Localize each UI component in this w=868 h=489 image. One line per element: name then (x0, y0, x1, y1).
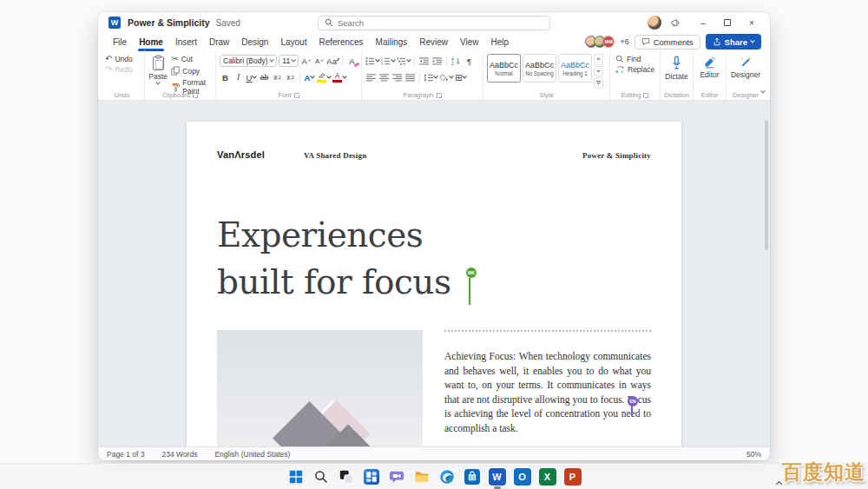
paste-button[interactable]: Paste (148, 54, 168, 89)
body-paragraph[interactable]: Achieving Focus: When technology communi… (444, 349, 651, 435)
font-color-button[interactable]: A (332, 72, 346, 83)
dictate-button[interactable]: Dictate (664, 54, 689, 81)
word-count[interactable]: 234 Words (161, 450, 197, 459)
subscript-button[interactable]: x2 (272, 72, 283, 83)
widgets-button[interactable] (361, 466, 382, 487)
maximize-button[interactable] (716, 14, 739, 31)
tab-mailings[interactable]: Mailings (370, 36, 414, 49)
header-doc-name: Power & Simplicity (582, 151, 651, 160)
collaborator-overflow-count[interactable]: +6 (620, 37, 628, 46)
cut-button[interactable]: ✂ Cut (169, 54, 212, 64)
superscript-button[interactable]: x2 (285, 72, 296, 83)
tab-references[interactable]: References (312, 36, 369, 49)
underline-button[interactable]: U (246, 72, 257, 83)
style-no-spacing[interactable]: AaBbCc No Spacing (523, 54, 556, 83)
style-gallery-scroll-down[interactable] (594, 66, 603, 77)
taskbar-search-button[interactable] (311, 466, 332, 487)
find-button[interactable]: Find (614, 54, 656, 64)
tab-design[interactable]: Design (235, 36, 274, 49)
tab-file[interactable]: File (107, 36, 133, 49)
document-canvas[interactable]: VanΛrsdel VA Shared Design Power & Simpl… (98, 101, 770, 446)
align-left-button[interactable] (365, 72, 377, 83)
tab-insert[interactable]: Insert (169, 36, 203, 49)
borders-button[interactable]: ⊞ (455, 72, 466, 83)
style-gallery-scroll-up[interactable] (594, 54, 603, 65)
style-no-spacing-name: No Spacing (525, 70, 554, 76)
align-center-button[interactable] (378, 72, 390, 83)
font-family-combo[interactable]: Calibri (Body) (220, 55, 277, 67)
copy-button[interactable]: Copy (169, 65, 212, 76)
font-dialog-launcher[interactable] (294, 93, 299, 98)
strikethrough-button[interactable]: ab (259, 72, 270, 83)
user-avatar[interactable] (648, 16, 661, 30)
multilevel-list-button[interactable] (397, 56, 411, 67)
increase-indent-button[interactable] (431, 56, 443, 67)
file-explorer-button[interactable] (411, 466, 432, 487)
redo-button[interactable]: ↷ Redo (103, 64, 141, 75)
designer-button[interactable]: Designer (730, 54, 761, 79)
show-hidden-icons-chevron[interactable] (777, 474, 781, 489)
highlight-color-button[interactable] (317, 72, 331, 83)
tab-help[interactable]: Help (485, 36, 516, 49)
editing-dialog-launcher[interactable] (643, 93, 648, 98)
shading-button[interactable] (439, 72, 453, 83)
numbering-button[interactable]: 123 (381, 56, 395, 67)
line-spacing-button[interactable] (424, 72, 437, 83)
collaborator-avatar-3[interactable]: MM (602, 36, 615, 48)
italic-button[interactable]: I (233, 72, 244, 83)
search-box[interactable] (318, 16, 550, 30)
bold-button[interactable]: B (220, 72, 231, 83)
clear-formatting-button[interactable]: A (346, 56, 358, 67)
replace-button[interactable]: ac Replace (614, 64, 656, 75)
text-effects-button[interactable]: A (304, 72, 315, 83)
comments-button[interactable]: Comments (635, 35, 700, 50)
start-button[interactable] (286, 466, 306, 487)
change-case-button[interactable]: Aa (326, 56, 339, 67)
style-normal[interactable]: AaBbCc Normal (487, 54, 521, 83)
file-explorer-icon (414, 469, 430, 485)
vertical-scrollbar[interactable] (765, 120, 768, 250)
shrink-font-button[interactable]: A˅ (313, 56, 325, 67)
decrease-indent-button[interactable] (418, 56, 430, 67)
show-formatting-marks-button[interactable]: ¶ (464, 56, 475, 67)
style-no-spacing-preview: AaBbCc (525, 61, 554, 69)
taskbar-outlook-button[interactable]: O (512, 466, 533, 487)
close-button[interactable]: × (740, 14, 763, 31)
collapse-ribbon-chevron-icon[interactable] (761, 82, 765, 97)
taskbar-excel-button[interactable]: X (537, 466, 558, 487)
align-right-button[interactable] (391, 72, 403, 83)
justify-button[interactable] (404, 72, 416, 83)
font-size-combo[interactable]: 11 (279, 55, 299, 67)
bullets-button[interactable] (365, 56, 379, 67)
tab-home[interactable]: Home (133, 36, 169, 49)
tab-layout[interactable]: Layout (274, 36, 312, 49)
task-view-button[interactable] (336, 466, 357, 487)
document-image[interactable] (217, 330, 423, 446)
language-indicator[interactable]: English (United States) (214, 450, 290, 459)
editor-button[interactable]: Editor (697, 54, 722, 79)
undo-button[interactable]: ↶ Undo (103, 54, 141, 64)
tab-draw[interactable]: Draw (203, 36, 235, 49)
paragraph-dialog-launcher[interactable] (437, 93, 442, 98)
page-indicator[interactable]: Page 1 of 3 (107, 450, 144, 459)
search-input[interactable] (338, 18, 543, 28)
collaborator-avatars[interactable]: MM (585, 36, 615, 48)
share-button[interactable]: Share (706, 34, 761, 50)
tab-review[interactable]: Review (413, 36, 454, 49)
clipboard-dialog-launcher[interactable] (193, 93, 198, 98)
chat-button[interactable] (386, 466, 407, 487)
taskbar-word-button[interactable]: W (487, 466, 508, 487)
style-gallery-more-button[interactable] (594, 77, 603, 89)
sort-button[interactable]: AZ (450, 56, 462, 67)
style-heading1[interactable]: AaBbCc Heading 1 (558, 54, 592, 83)
feedback-megaphone-icon[interactable] (670, 18, 681, 28)
zoom-level[interactable]: 50% (746, 450, 761, 459)
tab-view[interactable]: View (454, 36, 485, 49)
document-page[interactable]: VanΛrsdel VA Shared Design Power & Simpl… (187, 122, 681, 446)
edge-button[interactable] (437, 466, 457, 487)
minimize-button[interactable]: – (692, 14, 714, 31)
store-button[interactable] (462, 466, 483, 487)
clear-formatting-icon: A (349, 56, 354, 66)
taskbar-powerpoint-button[interactable]: P (562, 466, 583, 487)
grow-font-button[interactable]: A˄ (300, 56, 312, 67)
